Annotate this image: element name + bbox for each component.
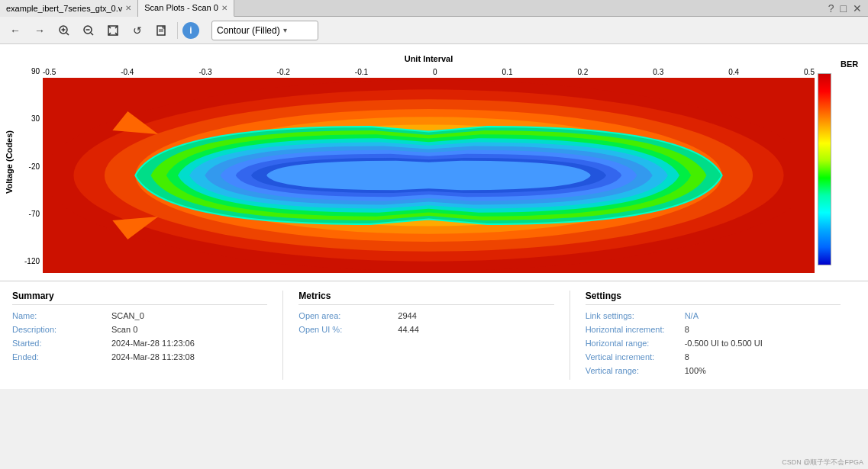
info-row: Open UI %:44.44 <box>298 325 553 334</box>
info-value: SCAN_0 <box>111 311 144 320</box>
question-icon[interactable]: ? <box>828 2 834 14</box>
info-row: Ended:2024-Mar-28 11:23:08 <box>12 352 267 361</box>
metrics-section: Metrics Open area:2944Open UI %:44.44 <box>298 291 570 380</box>
info-label: Description: <box>12 325 111 334</box>
watermark: CSDN @顺子学不会FPGA <box>782 458 863 467</box>
info-value: 2944 <box>398 311 416 320</box>
tab-scan-plots-close[interactable]: ✕ <box>221 4 227 12</box>
plot-area: Unit Interval -0.5-0.4-0.3-0.2-0.100.10.… <box>43 52 815 273</box>
info-label: Name: <box>12 311 111 320</box>
x-axis-title: Unit Interval <box>43 52 815 66</box>
svg-line-5 <box>91 33 93 35</box>
x-tick: -0.2 <box>277 68 290 76</box>
y-tick: -120 <box>15 257 40 265</box>
summary-fields: Name:SCAN_0Description:Scan 0Started:202… <box>12 311 267 361</box>
info-label: Horizontal range: <box>586 339 685 348</box>
info-label: Started: <box>12 339 111 348</box>
eye-diagram-canvas <box>43 78 815 273</box>
info-value: Scan 0 <box>111 325 137 334</box>
x-tick: 0.3 <box>653 68 663 76</box>
x-tick: -0.4 <box>121 68 134 76</box>
x-tick: -0.3 <box>198 68 211 76</box>
tab-file-label: example_ibert_7series_gtx_0.v <box>6 4 122 13</box>
y-tick: 30 <box>15 114 40 123</box>
toolbar: ← → ↺ i Contour (Filled) ▾ <box>0 17 868 44</box>
info-label: Horizontal increment: <box>586 325 685 334</box>
info-value: 44.44 <box>398 325 419 334</box>
info-row: Started:2024-Mar-28 11:23:06 <box>12 339 267 348</box>
info-value: 100% <box>685 366 706 375</box>
info-label: Open area: <box>298 311 398 320</box>
dropdown-arrow-icon: ▾ <box>283 26 287 34</box>
info-label: Vertical increment: <box>586 352 685 361</box>
x-tick: 0 <box>433 68 437 76</box>
chart-type-dropdown[interactable]: Contour (Filled) ▾ <box>211 21 318 40</box>
tab-scan-plots[interactable]: Scan Plots - Scan 0 ✕ <box>138 0 234 17</box>
info-label: Link settings: <box>586 311 685 320</box>
back-button[interactable]: ← <box>5 20 26 41</box>
summary-title: Summary <box>12 291 267 305</box>
tab-file[interactable]: example_ibert_7series_gtx_0.v ✕ <box>0 0 138 17</box>
y-axis-ticks: 9030-20-70-120 <box>15 52 43 273</box>
info-row: Link settings:N/A <box>586 311 841 320</box>
x-tick: -0.5 <box>43 68 56 76</box>
info-row: Horizontal increment:8 <box>586 325 841 334</box>
refresh-button[interactable]: ↺ <box>127 20 148 41</box>
ber-label: BER <box>841 59 868 69</box>
info-row: Horizontal range:-0.500 UI to 0.500 UI <box>586 339 841 348</box>
close-icon[interactable]: ✕ <box>853 2 862 14</box>
tab-bar-right: ? □ ✕ <box>828 2 868 14</box>
settings-section: Settings Link settings:N/AHorizontal inc… <box>586 291 856 380</box>
info-row: Name:SCAN_0 <box>12 311 267 320</box>
x-tick: 0.2 <box>577 68 588 76</box>
toolbar-separator <box>177 22 178 39</box>
metrics-fields: Open area:2944Open UI %:44.44 <box>298 311 553 334</box>
info-value: 8 <box>685 325 689 334</box>
y-tick: -20 <box>15 162 40 171</box>
forward-button[interactable]: → <box>29 20 50 41</box>
zoom-out-button[interactable] <box>78 20 99 41</box>
x-axis-ticks: -0.5-0.4-0.3-0.2-0.100.10.20.30.40.5 <box>43 66 815 78</box>
settings-fields: Link settings:N/AHorizontal increment:8H… <box>586 311 841 375</box>
info-value: -0.500 UI to 0.500 UI <box>685 339 763 348</box>
x-tick: 0.1 <box>502 68 513 76</box>
info-value: 8 <box>685 352 689 361</box>
x-tick: -0.1 <box>355 68 368 76</box>
info-label: Ended: <box>12 352 111 361</box>
info-button[interactable]: i <box>182 22 199 39</box>
x-tick: 0.4 <box>728 68 739 76</box>
summary-section: Summary Name:SCAN_0Description:Scan 0Sta… <box>12 291 283 380</box>
tab-file-close[interactable]: ✕ <box>125 4 131 12</box>
settings-title: Settings <box>586 291 841 305</box>
info-label: Vertical range: <box>586 366 685 375</box>
info-value: 2024-Mar-28 11:23:06 <box>111 339 195 348</box>
minimize-icon[interactable]: □ <box>841 2 847 14</box>
tab-scan-plots-label: Scan Plots - Scan 0 <box>144 3 218 12</box>
svg-line-1 <box>66 33 69 35</box>
tab-bar: example_ibert_7series_gtx_0.v ✕ Scan Plo… <box>0 0 868 17</box>
info-row: Open area:2944 <box>298 311 553 320</box>
plot-container: Voltage (Codes) 9030-20-70-120 Unit Inte… <box>0 44 868 281</box>
info-label: Open UI %: <box>298 325 398 334</box>
y-axis-label: Voltage (Codes) <box>3 52 15 273</box>
info-panel: Summary Name:SCAN_0Description:Scan 0Sta… <box>0 281 868 389</box>
colorbar <box>818 73 831 265</box>
info-row: Vertical range:100% <box>586 366 841 375</box>
export-button[interactable] <box>151 20 173 41</box>
info-row: Vertical increment:8 <box>586 352 841 361</box>
metrics-title: Metrics <box>298 291 553 305</box>
x-tick: 0.5 <box>804 68 815 76</box>
y-tick: -70 <box>15 210 40 218</box>
zoom-in-button[interactable] <box>53 20 75 41</box>
info-row: Description:Scan 0 <box>12 325 267 334</box>
y-tick: 90 <box>15 67 40 75</box>
fit-button[interactable] <box>102 20 124 41</box>
info-value: N/A <box>685 311 699 320</box>
plot-canvas <box>43 78 815 273</box>
info-value: 2024-Mar-28 11:23:08 <box>111 352 195 361</box>
dropdown-label: Contour (Filled) <box>217 25 280 36</box>
